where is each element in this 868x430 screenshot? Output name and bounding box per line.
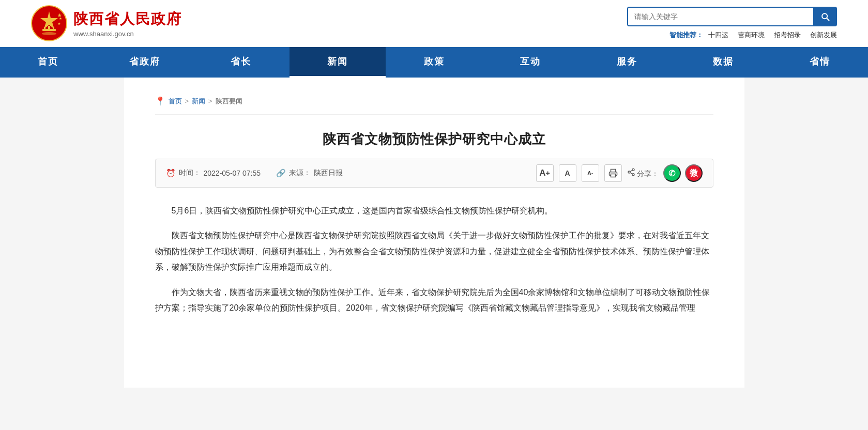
breadcrumb: 📍 首页 > 新闻 > 陕西要闻 [155,88,713,115]
smart-links: 十四运 营商环境 招考招录 创新发展 [708,30,837,40]
search-icon [820,11,830,22]
paragraph-3: 作为文物大省，陕西省历来重视文物的预防性保护工作。近年来，省文物保护研究院先后为… [155,285,713,316]
svg-rect-7 [44,27,45,29]
time-label: 时间： [179,168,201,178]
search-area: 智能推荐： 十四运 营商环境 招考招录 创新发展 [627,7,837,40]
nav-item-province[interactable]: 省情 [772,47,869,78]
site-title: 陕西省人民政府 [73,9,182,29]
search-bar [627,7,837,26]
site-url: www.shaanxi.gov.cn [73,30,182,38]
weibo-icon: 微 [690,168,698,179]
nav-item-governor[interactable]: 省长 [193,47,290,78]
nav-item-interaction[interactable]: 互动 [482,47,579,78]
source-item: 🔗 来源： 陕西日报 [276,168,343,178]
content-area: 📍 首页 > 新闻 > 陕西要闻 陕西省文物预防性保护研究中心成立 ⏰ 时间： … [124,78,744,388]
print-button[interactable] [604,164,622,182]
smart-link-4[interactable]: 创新发展 [810,30,837,40]
smart-recommendations: 智能推荐： 十四运 营商环境 招考招录 创新发展 [669,30,837,40]
breadcrumb-news[interactable]: 新闻 [192,97,205,106]
article-body: 5月6日，陕西省文物预防性保护研究中心正式成立，这是国内首家省级综合性文物预防性… [155,203,713,316]
svg-point-12 [632,168,634,171]
weibo-share-button[interactable]: 微 [685,164,703,182]
wechat-share-button[interactable]: ✆ [663,164,681,182]
svg-rect-8 [48,26,50,29]
svg-point-14 [632,173,634,175]
search-input[interactable] [627,7,813,26]
svg-point-13 [628,171,630,173]
svg-line-16 [630,170,632,172]
svg-point-10 [42,32,56,35]
time-item: ⏰ 时间： 2022-05-07 07:55 [166,168,261,178]
location-icon: 📍 [155,96,165,106]
share-icon [627,168,635,176]
emblem-icon [31,5,67,41]
page-wrapper: 陕西省人民政府 www.shaanxi.gov.cn 智能推荐： 十四运 营商环… [0,0,868,430]
main-nav: 首页 省政府 省长 新闻 政策 互动 服务 数据 省情 [0,47,868,78]
share-label: 分享： [627,168,659,179]
logo-area: 陕西省人民政府 www.shaanxi.gov.cn [31,5,182,41]
source-value: 陕西日报 [314,168,343,178]
source-icon: 🔗 [276,168,286,178]
meta-right: A+ A A- 分享： ✆ [536,164,703,182]
smart-link-2[interactable]: 营商环境 [738,30,765,40]
breadcrumb-home[interactable]: 首页 [169,97,182,106]
breadcrumb-sep-1: > [185,97,189,105]
breadcrumb-sep-2: > [208,97,212,105]
time-value: 2022-05-07 07:55 [204,169,261,177]
breadcrumb-current: 陕西要闻 [216,97,242,106]
share-area: 分享： ✆ 微 [627,164,703,182]
smart-label: 智能推荐： [669,30,703,40]
wechat-icon: ✆ [668,168,675,178]
smart-link-1[interactable]: 十四运 [708,30,728,40]
logo-text: 陕西省人民政府 www.shaanxi.gov.cn [73,9,182,38]
font-small-button[interactable]: A- [582,164,599,182]
search-button[interactable] [813,7,837,26]
source-label: 来源： [289,168,311,178]
header: 陕西省人民政府 www.shaanxi.gov.cn 智能推荐： 十四运 营商环… [0,0,868,47]
smart-link-3[interactable]: 招考招录 [774,30,801,40]
font-large-button[interactable]: A+ [536,164,554,182]
svg-rect-9 [53,27,54,29]
nav-item-home[interactable]: 首页 [0,47,97,78]
print-icon [608,168,618,178]
font-medium-button[interactable]: A [559,164,576,182]
nav-item-service[interactable]: 服务 [578,47,675,78]
article-title: 陕西省文物预防性保护研究中心成立 [155,130,713,148]
paragraph-2: 陕西省文物预防性保护研究中心是陕西省文物保护研究院按照陕西省文物局《关于进一步做… [155,228,713,275]
nav-item-news[interactable]: 新闻 [290,47,386,78]
nav-item-data[interactable]: 数据 [675,47,772,78]
paragraph-1: 5月6日，陕西省文物预防性保护研究中心正式成立，这是国内首家省级综合性文物预防性… [155,203,713,219]
meta-bar: ⏰ 时间： 2022-05-07 07:55 🔗 来源： 陕西日报 A+ A A… [155,159,713,188]
svg-rect-11 [611,174,615,177]
meta-left: ⏰ 时间： 2022-05-07 07:55 🔗 来源： 陕西日报 [166,168,343,178]
nav-item-policy[interactable]: 政策 [386,47,482,78]
nav-item-government[interactable]: 省政府 [97,47,193,78]
clock-icon: ⏰ [166,168,176,178]
svg-line-15 [630,173,632,174]
